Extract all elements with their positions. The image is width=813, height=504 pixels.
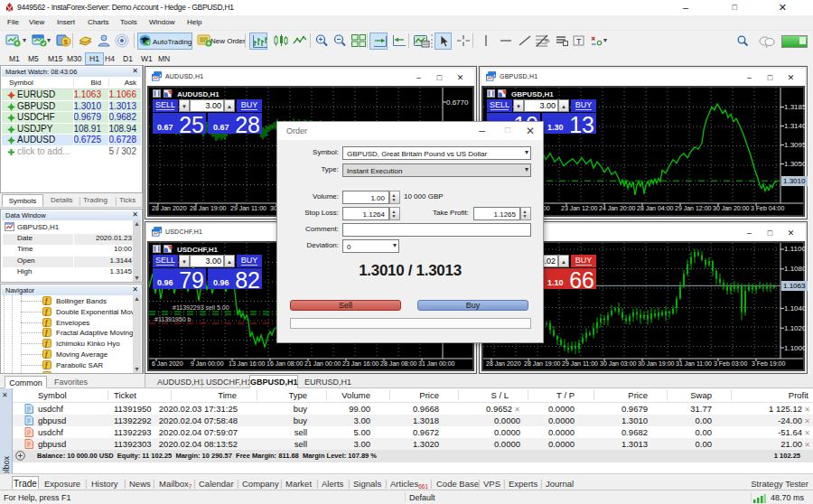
svg-text:#11392293 sell 5.00: #11392293 sell 5.00 — [173, 304, 229, 311]
svg-text:%: % — [545, 38, 550, 43]
svg-text:$: $ — [64, 38, 69, 46]
svg-text:#11391950 b: #11391950 b — [154, 316, 191, 322]
svg-text:T: T — [576, 37, 582, 46]
